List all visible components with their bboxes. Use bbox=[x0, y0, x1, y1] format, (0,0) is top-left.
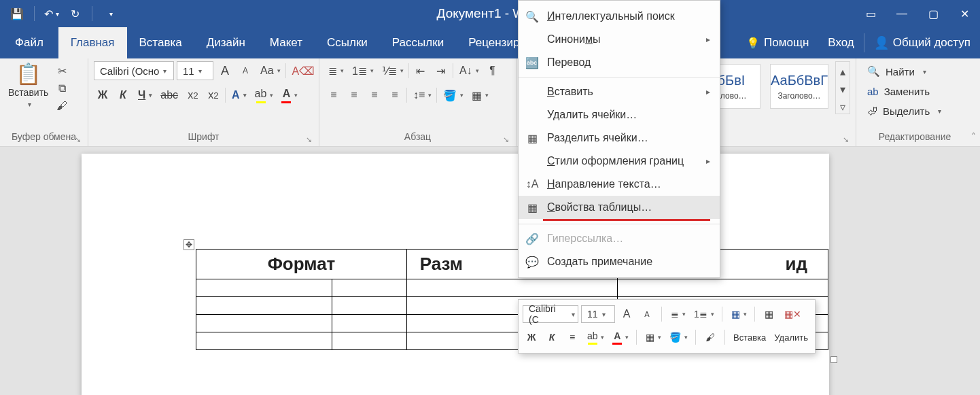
numbering-icon[interactable]: 1≣ bbox=[349, 61, 376, 80]
bold-button[interactable]: Ж bbox=[94, 86, 111, 105]
justify-icon[interactable]: ≡ bbox=[386, 86, 404, 105]
close-button[interactable]: ✕ bbox=[949, 0, 980, 27]
ctx-translate[interactable]: 🔤Перевод bbox=[519, 51, 720, 74]
tab-home[interactable]: Главная bbox=[58, 27, 127, 58]
table-cell[interactable] bbox=[196, 315, 332, 332]
bullets-icon[interactable]: ≣ bbox=[325, 61, 346, 80]
qat-customize[interactable]: ▾ bbox=[99, 3, 120, 24]
mini-size-combo[interactable]: 11▾ bbox=[581, 305, 615, 323]
share-button[interactable]: 👤Общий доступ bbox=[864, 35, 980, 50]
delete-table-icon[interactable]: ▦✕ bbox=[781, 305, 805, 323]
tab-mailings[interactable]: Рассылки bbox=[380, 27, 456, 58]
insert-table-icon[interactable]: ▦ bbox=[760, 305, 778, 323]
bullets-icon[interactable]: ≣ bbox=[667, 305, 688, 323]
subscript-button[interactable]: x2 bbox=[184, 86, 202, 105]
borders-icon[interactable]: ▦ bbox=[468, 86, 491, 105]
styles-expand-icon[interactable]: ▿ bbox=[836, 100, 850, 114]
underline-button[interactable]: Ч bbox=[135, 86, 154, 105]
clear-formatting-icon[interactable]: A⌫ bbox=[289, 61, 319, 80]
table-cell[interactable] bbox=[332, 315, 407, 332]
tell-me[interactable]: 💡Помощн bbox=[737, 36, 818, 50]
ribbon-display-options-icon[interactable]: ▭ bbox=[855, 0, 886, 27]
highlight-color-icon[interactable]: ab bbox=[251, 86, 276, 105]
highlight-color-icon[interactable]: ab bbox=[584, 328, 606, 346]
ctx-border-styles[interactable]: Стили оформления границ▸ bbox=[519, 150, 720, 173]
increase-indent-icon[interactable]: ⇥ bbox=[432, 61, 450, 80]
dialog-launcher-icon[interactable]: ↘ bbox=[503, 135, 509, 144]
tab-file[interactable]: Файл bbox=[0, 27, 58, 58]
align-right-icon[interactable]: ≡ bbox=[366, 86, 383, 105]
shading-icon[interactable]: 🪣 bbox=[440, 86, 466, 105]
font-name-combo[interactable]: Calibri (Осно▾ bbox=[94, 61, 174, 80]
table-resize-handle-icon[interactable] bbox=[830, 356, 837, 363]
ctx-delete-cells[interactable]: Удалить ячейки… bbox=[519, 103, 720, 126]
ctx-new-comment[interactable]: 💬Создать примечание bbox=[519, 250, 720, 273]
italic-button[interactable]: К bbox=[543, 328, 561, 346]
table-cell[interactable] bbox=[332, 279, 407, 297]
shrink-font-icon[interactable]: A bbox=[638, 305, 656, 323]
table-cell[interactable] bbox=[618, 279, 828, 297]
paste-button[interactable]: 📋 Вставить ▾ bbox=[5, 61, 51, 108]
align-icon[interactable]: ≡ bbox=[563, 328, 581, 346]
collapse-ribbon-icon[interactable]: ˄ bbox=[971, 131, 976, 142]
table-style-icon[interactable]: ▦ bbox=[728, 305, 749, 323]
mini-delete-label[interactable]: Удалить bbox=[771, 332, 811, 343]
style-item[interactable]: АаБбВвГ Заголово… bbox=[770, 64, 828, 109]
styles-scroll-down-icon[interactable]: ▾ bbox=[836, 82, 850, 96]
dialog-launcher-icon[interactable]: ↘ bbox=[843, 135, 849, 144]
superscript-button[interactable]: x2 bbox=[205, 86, 222, 105]
font-color-icon[interactable]: A bbox=[609, 328, 631, 346]
shrink-font-icon[interactable]: A bbox=[237, 61, 254, 80]
maximize-button[interactable]: ▢ bbox=[917, 0, 949, 27]
show-marks-icon[interactable]: ¶ bbox=[484, 61, 502, 80]
numbering-icon[interactable]: 1≣ bbox=[690, 305, 716, 323]
sign-in[interactable]: Вход bbox=[818, 36, 863, 50]
decrease-indent-icon[interactable]: ⇤ bbox=[412, 61, 430, 80]
format-painter-icon[interactable]: 🖌 bbox=[701, 328, 719, 346]
select-button[interactable]: ⮰Выделить▾ bbox=[862, 104, 947, 118]
ctx-text-direction[interactable]: ↕AНаправление текста… bbox=[519, 173, 720, 196]
multilevel-list-icon[interactable]: ⅟≣ bbox=[379, 61, 406, 80]
replace-button[interactable]: abЗаменить bbox=[862, 84, 947, 99]
cut-icon[interactable]: ✂ bbox=[55, 64, 69, 78]
strikethrough-button[interactable]: abc bbox=[157, 86, 181, 105]
tab-design[interactable]: Дизайн bbox=[194, 27, 258, 58]
copy-icon[interactable]: ⧉ bbox=[55, 82, 69, 95]
format-painter-icon[interactable]: 🖌 bbox=[55, 99, 69, 113]
tab-insert[interactable]: Вставка bbox=[127, 27, 194, 58]
table-cell[interactable] bbox=[407, 279, 618, 297]
shading-icon[interactable]: 🪣 bbox=[666, 328, 690, 346]
line-spacing-icon[interactable]: ↕≡ bbox=[410, 86, 434, 105]
grow-font-icon[interactable]: A bbox=[618, 305, 635, 323]
dialog-launcher-icon[interactable]: ↘ bbox=[306, 135, 312, 144]
sort-icon[interactable]: A↓ bbox=[456, 61, 481, 80]
text-effects-icon[interactable]: A bbox=[228, 86, 249, 105]
tab-layout[interactable]: Макет bbox=[258, 27, 315, 58]
table-move-handle-icon[interactable]: ✥ bbox=[183, 239, 194, 250]
ctx-split-cells[interactable]: ▦Разделить ячейки… bbox=[519, 126, 720, 150]
tab-references[interactable]: Ссылки bbox=[315, 27, 380, 58]
ctx-insert[interactable]: Вставить▸ bbox=[519, 80, 720, 103]
font-size-combo[interactable]: 11▾ bbox=[177, 61, 213, 80]
change-case-icon[interactable]: Aa bbox=[257, 61, 283, 80]
ctx-synonyms[interactable]: Синонимы▸ bbox=[519, 28, 720, 51]
font-color-icon[interactable]: A bbox=[278, 86, 300, 105]
table-cell[interactable] bbox=[196, 279, 332, 297]
grow-font-icon[interactable]: A bbox=[216, 61, 234, 80]
find-button[interactable]: 🔍Найти▾ bbox=[862, 64, 947, 79]
dialog-launcher-icon[interactable]: ↘ bbox=[75, 135, 81, 144]
styles-scroll-up-icon[interactable]: ▴ bbox=[836, 65, 850, 78]
table-cell[interactable] bbox=[332, 297, 407, 315]
mini-font-combo[interactable]: Calibri (С▾ bbox=[523, 305, 578, 323]
italic-button[interactable]: К bbox=[114, 86, 132, 105]
align-center-icon[interactable]: ≡ bbox=[345, 86, 363, 105]
ctx-smart-lookup[interactable]: 🔍ИИнтеллектуальный поискнтеллектуальный … bbox=[519, 5, 720, 28]
minimize-button[interactable]: — bbox=[886, 0, 917, 27]
undo-button[interactable]: ↶▾ bbox=[41, 3, 62, 24]
ctx-table-properties[interactable]: ▦Свойства таблицы… bbox=[519, 196, 720, 219]
align-left-icon[interactable]: ≡ bbox=[325, 86, 343, 105]
mini-insert-label[interactable]: Вставка bbox=[731, 332, 769, 343]
table-cell[interactable] bbox=[196, 332, 332, 350]
redo-button[interactable]: ↻ bbox=[65, 3, 85, 24]
save-icon[interactable]: 💾 bbox=[7, 3, 27, 24]
